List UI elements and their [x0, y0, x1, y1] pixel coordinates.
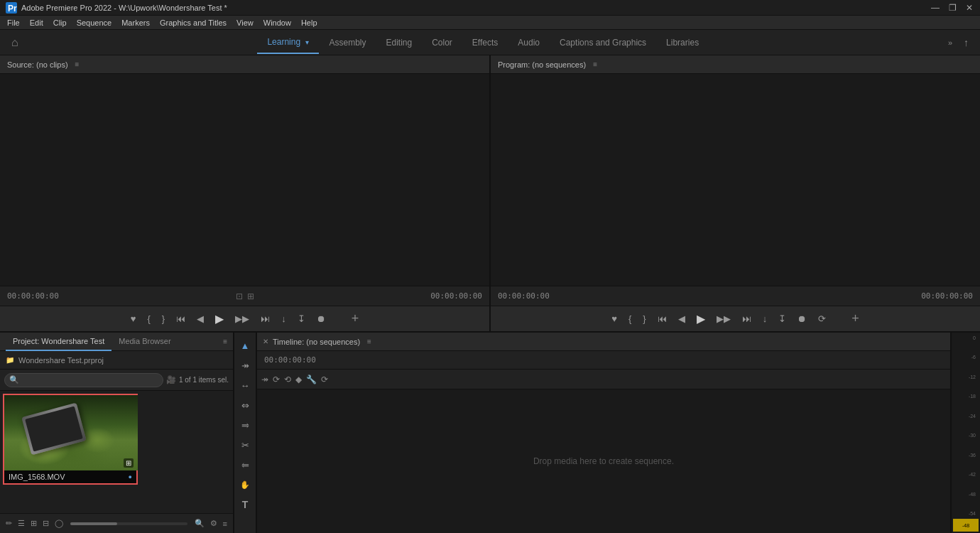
- search-box[interactable]: 🔍: [4, 373, 163, 387]
- tab-captions[interactable]: Captions and Graphics: [550, 32, 656, 53]
- tab-assembly[interactable]: Assembly: [319, 32, 376, 53]
- meter-label-18: -18: [953, 394, 977, 399]
- tool-razor[interactable]: ✂: [236, 436, 254, 453]
- project-panel: Project: Wondershare Test Media Browser …: [0, 333, 234, 533]
- menu-window[interactable]: Window: [259, 17, 295, 28]
- timeline-wrench-btn[interactable]: 🔧: [306, 375, 317, 384]
- program-play-btn[interactable]: ▶: [694, 311, 708, 327]
- minimize-button[interactable]: —: [930, 3, 940, 13]
- program-goto-in-btn[interactable]: ⏮: [655, 312, 670, 325]
- main-content: Source: (no clips) ≡ 00:00:00:00 ⊡ ⊞ 00:…: [0, 55, 980, 533]
- footer-menu-btn[interactable]: ≡: [222, 518, 229, 529]
- footer-search-btn[interactable]: 🔍: [193, 517, 206, 529]
- source-panel-menu-icon[interactable]: ≡: [75, 60, 80, 68]
- video-thumb-img: [4, 395, 138, 470]
- source-play-btn[interactable]: ▶: [212, 311, 227, 327]
- program-export-btn[interactable]: ⏺: [795, 312, 810, 325]
- tool-hand[interactable]: ✋: [236, 476, 254, 493]
- restore-button[interactable]: ❐: [947, 3, 957, 13]
- tab-color[interactable]: Color: [422, 32, 462, 53]
- source-add-btn[interactable]: +: [349, 310, 362, 328]
- source-settings-icon[interactable]: ⊞: [247, 291, 254, 301]
- menu-view[interactable]: View: [232, 17, 258, 28]
- tab-libraries[interactable]: Libraries: [656, 32, 709, 53]
- video-item[interactable]: ⊞ IMG_1568.MOV ●: [3, 394, 138, 485]
- home-button[interactable]: ⌂: [6, 36, 24, 49]
- project-tab-project[interactable]: Project: Wondershare Test: [6, 333, 111, 351]
- program-goto-out-btn[interactable]: ⏭: [739, 312, 754, 325]
- source-insert-btn[interactable]: ↓: [278, 312, 289, 325]
- program-mark-in-btn[interactable]: ♥: [609, 312, 620, 325]
- timeline-close-btn[interactable]: ✕: [263, 338, 268, 345]
- source-step-fwd-btn[interactable]: ▶▶: [232, 312, 252, 325]
- source-goto-out-btn[interactable]: ⏭: [258, 312, 273, 325]
- tool-selection[interactable]: ▲: [236, 337, 254, 354]
- program-step-back-btn[interactable]: ◀: [675, 312, 688, 325]
- source-goto-in-btn[interactable]: ⏮: [173, 312, 188, 325]
- source-step-back-btn[interactable]: ◀: [194, 312, 207, 325]
- program-step-fwd-btn[interactable]: ▶▶: [714, 312, 734, 325]
- footer-grid-btn[interactable]: ⊞: [29, 517, 38, 529]
- menu-edit[interactable]: Edit: [26, 17, 48, 28]
- source-mark-in-btn[interactable]: ♥: [128, 312, 139, 325]
- tool-text[interactable]: T: [236, 496, 254, 513]
- source-export-btn[interactable]: ⏺: [314, 312, 329, 325]
- menu-sequence[interactable]: Sequence: [72, 17, 116, 28]
- program-insert-btn[interactable]: ↓: [760, 312, 771, 325]
- zoom-slider-fill: [70, 522, 117, 525]
- zoom-slider-track: [70, 522, 187, 525]
- project-toolbar: 🔍 🎥 1 of 1 items sel.: [0, 370, 233, 391]
- program-loop-btn[interactable]: ⟳: [815, 312, 829, 325]
- program-mark-left-btn[interactable]: {: [626, 312, 634, 325]
- menu-file[interactable]: File: [3, 17, 24, 28]
- source-timecode-right: 00:00:00:00: [430, 291, 482, 301]
- app-logo-icon: Pr: [6, 2, 17, 14]
- tab-audio[interactable]: Audio: [508, 32, 550, 53]
- timeline-add-markers-btn[interactable]: ⟳: [273, 375, 280, 384]
- tool-track-select[interactable]: ↠: [236, 357, 254, 374]
- tools-bar: ▲ ↠ ↔ ⇔ ⥤ ✂ ⥢ ✋ T: [234, 333, 257, 533]
- meter-label-48: -48: [953, 492, 977, 497]
- program-mark-right-btn[interactable]: }: [640, 312, 648, 325]
- project-panel-menu-icon[interactable]: ≡: [223, 338, 227, 345]
- footer-list-btn[interactable]: ☰: [16, 517, 26, 529]
- close-button[interactable]: ✕: [964, 3, 974, 13]
- title-bar-controls: — ❐ ✕: [930, 3, 974, 13]
- menu-markers[interactable]: Markers: [117, 17, 154, 28]
- footer-donut-btn[interactable]: ◯: [53, 517, 65, 529]
- program-add-btn[interactable]: +: [849, 310, 862, 328]
- source-fit-icon[interactable]: ⊡: [236, 291, 243, 301]
- video-label: IMG_1568.MOV ●: [4, 470, 136, 483]
- tool-ripple[interactable]: ↔: [236, 377, 254, 394]
- tool-slip[interactable]: ⥢: [236, 456, 254, 473]
- footer-settings-btn[interactable]: ⚙: [209, 517, 219, 529]
- timeline-linked-btn[interactable]: ◆: [295, 375, 302, 384]
- source-overwrite-btn[interactable]: ↧: [295, 312, 308, 325]
- menu-clip[interactable]: Clip: [49, 17, 71, 28]
- footer-folders-btn[interactable]: ⊟: [41, 517, 50, 529]
- tab-effects[interactable]: Effects: [462, 32, 508, 53]
- timeline-panel: ✕ Timeline: (no sequences) ≡ 00:00:00:00…: [257, 333, 950, 533]
- program-timecode-bar: 00:00:00:00 00:00:00:00: [491, 286, 980, 306]
- project-tab-media-browser[interactable]: Media Browser: [111, 333, 178, 351]
- source-mark-left-btn[interactable]: {: [145, 312, 153, 325]
- export-button[interactable]: ↑: [958, 37, 974, 48]
- menu-graphics[interactable]: Graphics and Titles: [156, 17, 231, 28]
- tab-learning[interactable]: Learning ▾: [257, 31, 319, 54]
- timeline-ripple-btn[interactable]: ⟲: [284, 375, 291, 384]
- timeline-toggle-track-btn[interactable]: ↠: [261, 375, 268, 384]
- timeline-menu-icon[interactable]: ≡: [367, 338, 371, 345]
- more-workspaces-button[interactable]: »: [942, 38, 958, 47]
- timeline-magnet-btn[interactable]: ⟳: [321, 375, 328, 384]
- menu-help[interactable]: Help: [297, 17, 322, 28]
- search-input[interactable]: [22, 376, 158, 384]
- tab-editing[interactable]: Editing: [376, 32, 422, 53]
- tool-rolling[interactable]: ⇔: [236, 397, 254, 414]
- meter-label-36: -36: [953, 453, 977, 458]
- program-overwrite-btn[interactable]: ↧: [775, 312, 789, 325]
- footer-pencil-btn[interactable]: ✏: [4, 517, 13, 529]
- source-mark-right-btn[interactable]: }: [159, 312, 168, 325]
- camera-icon[interactable]: 🎥: [166, 375, 176, 384]
- program-panel-menu-icon[interactable]: ≡: [593, 60, 597, 68]
- tool-rate[interactable]: ⥤: [236, 416, 254, 434]
